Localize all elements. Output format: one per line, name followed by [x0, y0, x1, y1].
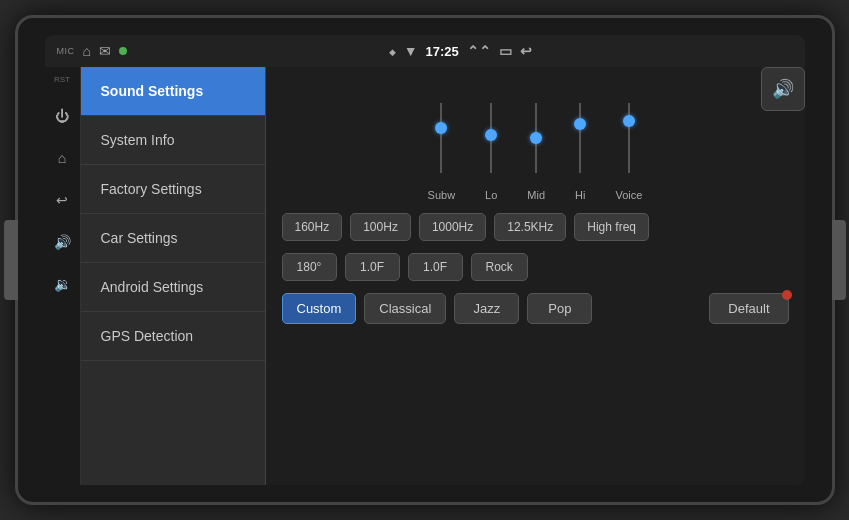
eq-channel-mid: Mid [527, 81, 545, 201]
eq-knob-subw[interactable] [435, 122, 447, 134]
value-btn-1f-2[interactable]: 1.0F [408, 253, 463, 281]
status-time: 17:25 [426, 44, 459, 59]
mode-btn-jazz[interactable]: Jazz [454, 293, 519, 324]
value-btn-1f-1[interactable]: 1.0F [345, 253, 400, 281]
freq-btn-1000hz[interactable]: 1000Hz [419, 213, 486, 241]
sidebar-vol-up-icon[interactable]: 🔊 [48, 228, 76, 256]
red-dot [782, 290, 792, 300]
left-knob [4, 220, 18, 300]
freq-btn-highfreq[interactable]: High freq [574, 213, 649, 241]
eq-knob-lo[interactable] [485, 129, 497, 141]
value-row: 180° 1.0F 1.0F Rock [282, 253, 789, 281]
mode-btn-custom[interactable]: Custom [282, 293, 357, 324]
menu-item-car-settings[interactable]: Car Settings [81, 214, 265, 263]
value-btn-180[interactable]: 180° [282, 253, 337, 281]
sidebar-back-icon[interactable]: ↩ [48, 186, 76, 214]
green-dot [119, 47, 127, 55]
menu-item-factory-settings[interactable]: Factory Settings [81, 165, 265, 214]
screen: MIC ⌂ ✉ ⬥ ▼ 17:25 ⌃⌃ ▭ ↩ RST ⏻ ⌂ ↩ [45, 35, 805, 485]
home-status-icon: ⌂ [83, 43, 91, 59]
menu-panel: Sound Settings System Info Factory Setti… [81, 67, 266, 485]
bluetooth-icon: ⬥ [388, 43, 396, 59]
eq-label-hi: Hi [575, 189, 585, 201]
eq-label-voice: Voice [615, 189, 642, 201]
equalizer-section: SubwLoMidHiVoice [282, 81, 789, 201]
rst-label: RST [54, 75, 70, 84]
freq-row: 160Hz 100Hz 1000Hz 12.5KHz High freq [282, 213, 789, 241]
expand-icon: ⌃⌃ [467, 43, 491, 59]
menu-item-sound-settings[interactable]: Sound Settings [81, 67, 265, 116]
back-icon: ↩ [520, 43, 532, 59]
eq-label-mid: Mid [527, 189, 545, 201]
main-content: RST ⏻ ⌂ ↩ 🔊 🔉 Sound Settings System Info… [45, 67, 805, 485]
sidebar-home-icon[interactable]: ⌂ [48, 144, 76, 172]
menu-item-gps-detection[interactable]: GPS Detection [81, 312, 265, 361]
freq-btn-160hz[interactable]: 160Hz [282, 213, 343, 241]
menu-item-system-info[interactable]: System Info [81, 116, 265, 165]
eq-knob-voice[interactable] [623, 115, 635, 127]
mode-btn-pop[interactable]: Pop [527, 293, 592, 324]
mode-btn-classical[interactable]: Classical [364, 293, 446, 324]
eq-label-subw: Subw [428, 189, 456, 201]
window-icon: ▭ [499, 43, 512, 59]
mode-buttons: Custom Classical Jazz Pop [282, 293, 593, 324]
freq-btn-125khz[interactable]: 12.5KHz [494, 213, 566, 241]
sidebar-icons: RST ⏻ ⌂ ↩ 🔊 🔉 [45, 67, 81, 485]
status-left: MIC ⌂ ✉ [57, 43, 127, 59]
mode-row: Custom Classical Jazz Pop Default [282, 293, 789, 324]
default-button[interactable]: Default [709, 293, 788, 324]
freq-btn-100hz[interactable]: 100Hz [350, 213, 411, 241]
eq-label-lo: Lo [485, 189, 497, 201]
eq-channel-voice: Voice [615, 81, 642, 201]
eq-channel-hi: Hi [575, 81, 585, 201]
eq-channel-lo: Lo [485, 81, 497, 201]
menu-item-android-settings[interactable]: Android Settings [81, 263, 265, 312]
value-btn-rock[interactable]: Rock [471, 253, 528, 281]
eq-knob-hi[interactable] [574, 118, 586, 130]
right-knob [832, 220, 846, 300]
mic-label: MIC [57, 46, 75, 56]
eq-knob-mid[interactable] [530, 132, 542, 144]
content-panel: 🔊 SubwLoMidHiVoice 160Hz 100Hz 1000Hz 12… [266, 67, 805, 485]
message-status-icon: ✉ [99, 43, 111, 59]
status-bar: MIC ⌂ ✉ ⬥ ▼ 17:25 ⌃⌃ ▭ ↩ [45, 35, 805, 67]
sidebar-power-icon[interactable]: ⏻ [48, 102, 76, 130]
car-unit: MIC ⌂ ✉ ⬥ ▼ 17:25 ⌃⌃ ▭ ↩ RST ⏻ ⌂ ↩ [15, 15, 835, 505]
nav-icon: ▼ [404, 43, 418, 59]
status-center: ⬥ ▼ 17:25 ⌃⌃ ▭ ↩ [388, 43, 532, 59]
eq-channel-subw: Subw [428, 81, 456, 201]
sidebar-vol-down-icon[interactable]: 🔉 [48, 270, 76, 298]
